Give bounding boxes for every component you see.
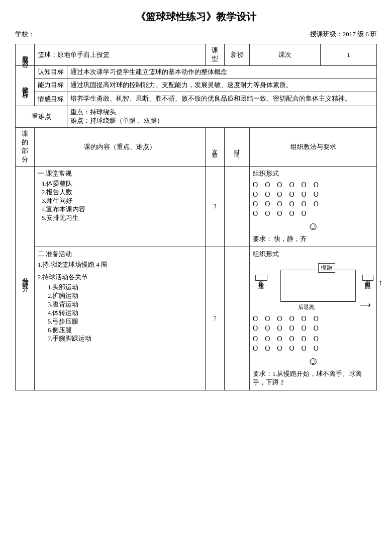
- lesson-type-label: 课型: [206, 44, 225, 66]
- section1-duration: [225, 167, 250, 247]
- back-run-label: 后退跑: [298, 303, 315, 311]
- key-label: 重难点: [16, 106, 67, 128]
- section1-times: 3: [206, 167, 225, 247]
- section2-method: 组织形式 慢跑 高 抬 腿 侧 向 跑 后退跑: [250, 247, 377, 390]
- section2-times: 7: [206, 247, 225, 390]
- method-header: 组织教法与要求: [250, 128, 377, 167]
- cognitive-label: 认知目标: [35, 66, 67, 79]
- page-title: 《篮球球性练习》教学设计: [15, 10, 377, 24]
- key-text: 重点：持球绕头 难点：持球绕腿（单腿 、双腿）: [67, 106, 377, 128]
- section1-method: 组织形式 OOO OOO OOO OOO OOO OOO OOO OO ☺ 要求…: [250, 167, 377, 247]
- cognitive-text: 通过本次课学习使学生建立篮球的基本动作的整体概念: [67, 66, 377, 79]
- objectives-label: 教学 目标: [16, 66, 35, 106]
- ability-text: 通过巩固提高对球的控制能力、支配能力，发展灵敏、速度耐力等身体素质。: [67, 79, 377, 92]
- section1-requirement: 要求： 快，静，齐: [253, 235, 373, 244]
- section2-requirement: 要求：1.从慢跑开始，球不离手。球离手，下蹲 2: [253, 370, 373, 387]
- subject-label: 教材 内容: [16, 44, 35, 66]
- ability-label: 能力目标: [35, 79, 67, 92]
- lesson-type-value: 新授: [225, 44, 250, 66]
- lesson-num-value: 1: [321, 44, 377, 66]
- section1-content: 一.课堂常规 1.体委整队 2.报告人数 3.师生问好 4.宣布本课内容 5.安…: [35, 167, 206, 247]
- subject-content: 篮球：原地单手肩上投篮: [35, 44, 206, 66]
- times-header: 次 数: [206, 128, 225, 167]
- content-col-header: 课的内容（重点、难点）: [35, 128, 206, 167]
- arrow-up-icon: ↑: [378, 278, 382, 287]
- side-run-label: 侧 向 跑: [362, 275, 373, 281]
- smiley-icon: ☺: [253, 220, 373, 233]
- school-label: 学校：: [15, 30, 35, 39]
- slow-run-label: 慢跑: [318, 263, 335, 273]
- class-label: 授课班级：2017 级 6 班: [310, 30, 377, 39]
- high-knee-label: 高 抬 腿: [255, 275, 267, 281]
- arrow-right-icon: ⟶: [359, 300, 371, 309]
- lesson-num-label: 课次: [250, 44, 321, 66]
- lesson-parts-label: 课的 部分: [16, 128, 35, 167]
- emotion-text: 培养学生勇敢、机智、果断、胜不骄、败不馁的优良品质和团结一致、密切配合的集体主义…: [67, 92, 377, 106]
- section2-content: 二.准备活动 1.持球绕篮球场慢跑 4 圈 2.持球活动各关节 1.头部运动 2…: [35, 247, 206, 390]
- main-table: 教材 内容 篮球：原地单手肩上投篮 课型 新授 课次 1 教学 目标 认知目标 …: [15, 44, 377, 390]
- duration-header: 时 间: [225, 128, 250, 167]
- smiley-icon-2: ☺: [253, 355, 373, 368]
- emotion-label: 情感目标: [35, 92, 67, 106]
- section1-label: 开始 部 分: [16, 167, 35, 390]
- section2-duration: [225, 247, 250, 390]
